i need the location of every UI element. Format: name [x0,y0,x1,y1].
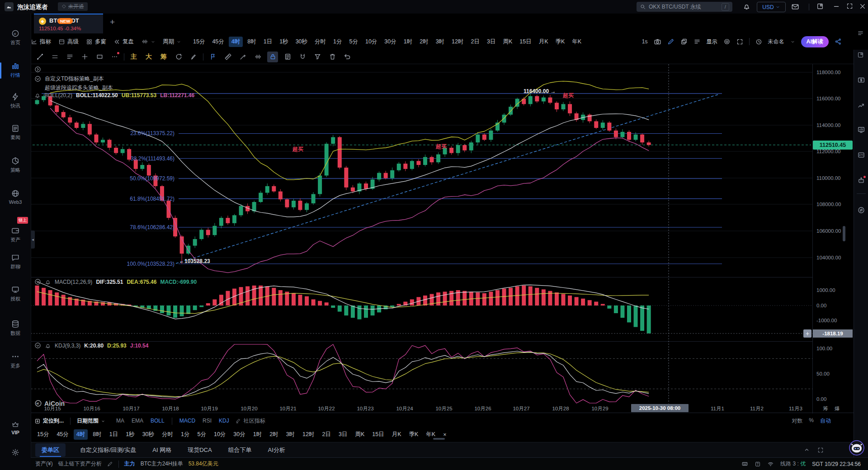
magnet-tool-icon[interactable] [297,52,308,62]
more-tools-icon[interactable] [109,52,120,62]
timeframe-bottom-周K[interactable]: 周K [352,429,367,440]
kdj-indicator-row[interactable]: KDJ(9,3,3) K:20.80 D:25.93 J:10.54 [34,342,148,349]
measure-tool-icon[interactable] [222,52,233,62]
chevron-down-icon[interactable] [34,342,41,349]
pattern-tool-icon[interactable] [252,52,263,62]
mail-icon[interactable] [791,3,799,11]
volume-profile-button[interactable] [141,38,156,45]
rectangle-tool-icon[interactable] [94,52,105,62]
indicator-shortcut-boll[interactable]: BOLL [151,418,165,425]
timeframe-2时[interactable]: 2时 [417,37,431,47]
timeframe-bottom-1日[interactable]: 1日 [107,429,121,440]
timeframe-bottom-1时[interactable]: 1时 [250,429,264,440]
reset-tool-icon[interactable] [173,52,184,62]
horizontal-scrollbar[interactable] [433,438,445,440]
timeframe-4时[interactable]: 4时 [229,37,243,47]
settings-gear-icon[interactable] [723,38,731,45]
strategy-row-1[interactable]: 自定义TD指标策略_副本 [34,75,104,83]
advanced-button[interactable]: 高级 [58,38,79,46]
timeframe-年K[interactable]: 年K [569,37,584,47]
close-icon[interactable] [859,3,866,10]
axis-mini-button-2[interactable]: 爆 [835,405,840,412]
timeframe-分时[interactable]: 分时 [312,37,329,47]
add-tab-button[interactable]: + [110,17,115,27]
indicator-shortcut-rsi[interactable]: RSI [203,418,212,425]
etf-panel-icon[interactable]: ETF [857,151,865,159]
chip-distribution-toggle[interactable]: 筹 [158,52,169,62]
strip-list-icon[interactable] [857,30,864,37]
restore-window-icon[interactable] [816,3,824,10]
boll-indicator-row[interactable]: BOLL(20,2) BOLL:114022.50 UB:115773.53 L… [34,92,194,99]
help-icon[interactable] [755,461,761,467]
lock-drawings-tool-icon[interactable] [267,52,278,62]
timeframe-bottom-15日[interactable]: 15日 [369,429,387,440]
monitor-chart-panel-icon[interactable] [857,126,865,134]
macd-indicator-row[interactable]: MACD(12,26,9) DIF:325.51 DEA:675.46 MACD… [34,278,197,285]
trade-tab-现货DCA[interactable]: 现货DCA [186,443,213,457]
timeframe-3日[interactable]: 3日 [484,37,498,47]
trade-tab-AI 网格[interactable]: AI 网格 [151,443,173,457]
layout-clock-icon[interactable] [755,38,762,45]
timeframe-2日[interactable]: 2日 [468,37,482,47]
sidebar-item-more[interactable]: 更多 [0,352,31,372]
parallel-lines-tool-icon[interactable] [49,52,60,62]
indicator-shortcut-macd[interactable]: MACD [179,418,195,425]
currency-select[interactable]: USD [757,2,786,12]
pen-tool-icon[interactable] [237,52,248,62]
trade-tab-自定义指标/回测/实盘[interactable]: 自定义指标/回测/实盘 [78,443,138,457]
vertical-scrollbar[interactable] [843,226,845,241]
sidebar-item-strategy[interactable]: 策略 [0,156,31,176]
display-menu[interactable]: 显示 [707,38,717,46]
fullscreen-icon[interactable] [736,38,743,45]
timeframe-bottom-2时[interactable]: 2时 [267,429,281,440]
edit-pencil-icon[interactable] [107,461,113,467]
replay-button[interactable]: 复盘 [113,38,134,46]
timeframe-10分[interactable]: 10分 [363,37,380,47]
cross-tool-icon[interactable] [79,52,90,62]
trade-tab-组合下单[interactable]: 组合下单 [226,443,254,457]
axis-mini-button-1[interactable]: 筹 [823,405,828,412]
timeframe-bottom-30分[interactable]: 30分 [231,429,248,440]
candlestick-chart[interactable] [31,64,812,404]
timeframe-bottom-12时[interactable]: 12时 [300,429,317,440]
expand-panel-icon[interactable] [817,446,824,453]
timeframe-bottom-4时[interactable]: 4时 [74,429,88,440]
sidebar-item-news-flash[interactable]: 快讯 [0,92,31,112]
strip-panel-icon[interactable] [857,52,864,58]
layout-name[interactable]: 未命名 [768,38,784,46]
large-view-toggle[interactable]: 大 [143,52,154,62]
timeframe-30分[interactable]: 30分 [382,37,399,47]
screenshot-camera-icon[interactable] [654,38,661,46]
chain-analysis-link[interactable]: 链上链下资产分析 [58,460,102,468]
locate-button[interactable]: 定位到... [34,417,64,425]
timeframe-bottom-30秒[interactable]: 30秒 [140,429,157,440]
alert-bell-icon[interactable] [45,279,51,285]
timeframe-1时[interactable]: 1时 [401,37,415,47]
bookmark-tool-icon[interactable] [208,52,218,62]
ai-assistant-mascot[interactable] [848,439,865,456]
period-dropdown[interactable]: 周期 [163,38,181,46]
timeframe-bottom-15分[interactable]: 15分 [34,429,52,440]
timeframe-季K[interactable]: 季K [553,37,568,47]
timeframe-bottom-1秒[interactable]: 1秒 [123,429,137,440]
timeframe-bottom-分时[interactable]: 分时 [159,429,176,440]
indicator-shortcut-ma[interactable]: MA [116,418,124,425]
multi-window-button[interactable]: 多窗 [86,38,106,46]
delete-drawings-tool-icon[interactable] [327,52,338,62]
resolution-badge[interactable]: 1s [642,38,648,45]
timeframe-15分[interactable]: 15分 [190,37,208,47]
asset-label[interactable]: 资产(¥) [35,460,53,468]
trend-up-panel-icon[interactable] [857,101,865,109]
timeframe-bottom-1分[interactable]: 1分 [178,429,192,440]
sidebar-item-authorize[interactable]: 授权 [0,285,31,305]
scale-option-自动[interactable]: 自动 [820,417,831,425]
timeframe-bottom-3时[interactable]: 3时 [283,429,297,440]
dollar-panel-icon[interactable] [857,76,865,84]
chevron-down-icon[interactable] [34,75,41,82]
trade-tab-委单区[interactable]: 委单区 [35,443,66,457]
sidebar-item-web3[interactable]: Web3 [0,189,31,209]
indicators-button[interactable]: 指标 [31,38,51,46]
timeframe-bottom-8时[interactable]: 8时 [90,429,104,440]
timeframe-12时[interactable]: 12时 [449,37,466,47]
timeframe-45分[interactable]: 45分 [209,37,226,47]
